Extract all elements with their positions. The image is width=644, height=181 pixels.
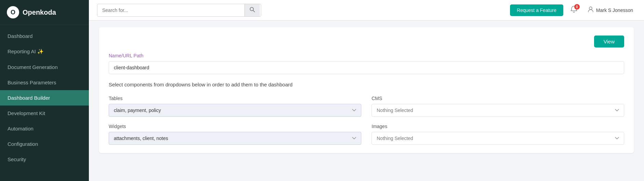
search-icon: [250, 7, 255, 14]
sidebar-item-development-kit[interactable]: Development Kit: [0, 106, 89, 121]
sidebar-item-configuration[interactable]: Configuration: [0, 136, 89, 152]
sidebar-item-security[interactable]: Security: [0, 152, 89, 167]
svg-line-1: [253, 10, 255, 12]
sidebar: O Openkoda Dashboard Reporting AI ✨ Docu…: [0, 0, 89, 181]
user-icon: [587, 6, 594, 14]
images-dropdown-group: Images Nothing Selected: [372, 124, 624, 145]
tables-select[interactable]: claim, payment, policy: [109, 104, 361, 117]
name-url-input[interactable]: [109, 61, 624, 74]
content-area: View Name/URL Path Select components fro…: [89, 20, 644, 181]
sidebar-item-dashboard-builder[interactable]: Dashboard Builder: [0, 90, 89, 106]
name-url-field-group: Name/URL Path: [109, 53, 624, 81]
dropdowns-grid: Tables claim, payment, policy CMS Nothin…: [109, 96, 624, 145]
name-url-label: Name/URL Path: [109, 53, 624, 58]
main-area: Request a Feature 0 Mark S Jonesson: [89, 0, 644, 181]
request-feature-button[interactable]: Request a Feature: [510, 4, 563, 16]
cms-label: CMS: [372, 96, 624, 101]
sidebar-logo: O Openkoda: [0, 0, 89, 25]
content-card: View Name/URL Path Select components fro…: [99, 27, 634, 153]
header: Request a Feature 0 Mark S Jonesson: [89, 0, 644, 20]
search-button[interactable]: [244, 4, 260, 16]
sidebar-item-document-generation[interactable]: Document Generation: [0, 59, 89, 75]
cms-select[interactable]: Nothing Selected: [372, 104, 624, 117]
cms-dropdown-group: CMS Nothing Selected: [372, 96, 624, 117]
logo-icon: O: [7, 6, 19, 18]
user-menu-button[interactable]: Mark S Jonesson: [585, 4, 636, 16]
logo-text: Openkoda: [23, 9, 56, 16]
sidebar-item-reporting-ai[interactable]: Reporting AI ✨: [0, 44, 89, 59]
view-button[interactable]: View: [594, 36, 624, 47]
sidebar-item-automation[interactable]: Automation: [0, 121, 89, 136]
widgets-dropdown-group: Widgets attachments, client, notes: [109, 124, 361, 145]
sidebar-item-business-parameters[interactable]: Business Parameters: [0, 75, 89, 90]
notification-badge: 0: [574, 4, 580, 10]
widgets-label: Widgets: [109, 124, 361, 129]
svg-point-2: [589, 7, 592, 10]
user-name: Mark S Jonesson: [596, 8, 633, 13]
widgets-select[interactable]: attachments, client, notes: [109, 132, 361, 145]
images-select[interactable]: Nothing Selected: [372, 132, 624, 145]
instructions-text: Select components from dropdowns below i…: [109, 81, 624, 89]
search-container: [97, 4, 261, 17]
sidebar-item-dashboard[interactable]: Dashboard: [0, 28, 89, 44]
images-label: Images: [372, 124, 624, 129]
tables-dropdown-group: Tables claim, payment, policy: [109, 96, 361, 117]
tables-label: Tables: [109, 96, 361, 101]
sidebar-nav: Dashboard Reporting AI ✨ Document Genera…: [0, 25, 89, 181]
card-header-row: View: [109, 36, 624, 47]
notification-button[interactable]: 0: [567, 4, 580, 16]
search-input[interactable]: [97, 5, 244, 16]
